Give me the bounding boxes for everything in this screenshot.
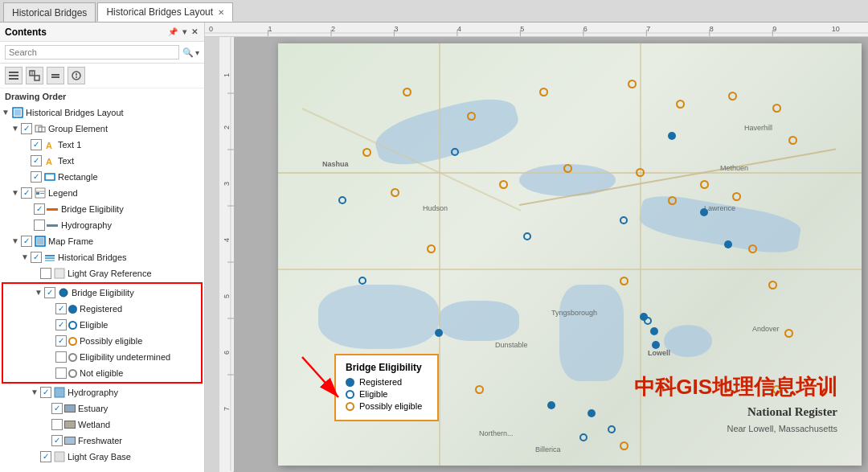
layer-icon	[44, 252, 55, 263]
legend-title: Bridge Eligibility	[346, 362, 428, 373]
bridge-point-registered	[700, 208, 708, 216]
tab-historical-bridges[interactable]: Historical Bridges	[3, 2, 96, 22]
tab-historical-bridges-layout[interactable]: Historical Bridges Layout ✕	[97, 2, 233, 22]
tree-label: Historical Bridges	[58, 250, 127, 265]
checkbox-light-gray-base[interactable]	[40, 451, 51, 462]
pin-icon[interactable]: 📌	[166, 26, 179, 38]
bridge-point-possibly	[403, 88, 411, 96]
tree-label: Not eligible	[80, 366, 123, 380]
bridge-point-possibly	[628, 80, 637, 88]
layout-icon	[12, 107, 23, 118]
map-canvas[interactable]: 1 2 3 4 5 6 7	[219, 37, 868, 472]
tree-item-legend[interactable]: ▼ Legend	[0, 185, 204, 201]
layout-page: Nashua Hudson Haverhill Methuen Lawrence…	[278, 43, 862, 466]
tab-bar: Historical Bridges Historical Bridges La…	[0, 0, 868, 23]
map-outer: Nashua Hudson Haverhill Methuen Lawrence…	[234, 37, 868, 472]
tree-item-wetland[interactable]: Wetland	[0, 417, 204, 433]
checkbox-historical-bridges[interactable]	[31, 252, 42, 263]
bridge-point-possibly	[539, 88, 548, 96]
road	[640, 43, 641, 466]
tree-item-bridge-eligibility[interactable]: ▼ Bridge Eligibility	[4, 285, 200, 301]
list-view-icon[interactable]	[5, 67, 23, 84]
checkbox-map-frame[interactable]	[21, 236, 32, 247]
tab-label: Historical Bridges Layout	[106, 6, 213, 18]
tree-item-light-gray-ref[interactable]: Light Gray Reference	[0, 265, 204, 281]
tree-item-historical-bridges[interactable]: ▼ Historical Bridges	[0, 249, 204, 265]
tree-item-text1[interactable]: A Text 1	[0, 137, 204, 153]
expand-all-icon[interactable]	[26, 67, 43, 84]
bridge-point-possibly	[620, 277, 628, 285]
tree-item-possibly-eligible[interactable]: Possibly eligible	[4, 333, 200, 349]
text-icon: A	[44, 155, 55, 166]
checkbox-rectangle[interactable]	[31, 171, 42, 183]
tree-label: Bridge Eligibility	[61, 202, 124, 216]
tree-item-not-eligible[interactable]: Not eligible	[4, 365, 200, 381]
expander-icon	[31, 266, 40, 281]
svg-text:2: 2	[223, 125, 231, 129]
bridge-point-possibly	[676, 100, 685, 109]
bridge-point-possibly	[668, 196, 677, 205]
tree-item-text[interactable]: A Text	[0, 153, 204, 169]
svg-text:8: 8	[710, 25, 714, 33]
bridge-point-registered	[650, 327, 658, 335]
checkbox-wetland[interactable]	[51, 419, 63, 430]
bridge-point-eligible	[620, 216, 628, 224]
tree-label: Freshwater	[78, 433, 122, 448]
tree-item-bridges-layout[interactable]: ▼ Historical Bridges Layout	[0, 105, 204, 121]
tree-item-hydrography[interactable]: ▼ Hydrography	[0, 384, 204, 400]
svg-rect-30	[55, 452, 64, 462]
checkbox-hydrography[interactable]	[40, 387, 51, 398]
group-icon	[35, 123, 46, 134]
checkbox-legend[interactable]	[21, 187, 32, 199]
search-bar: 🔍 ▾	[0, 42, 204, 64]
checkbox[interactable]	[40, 268, 51, 279]
tree-item-hydrography-legend[interactable]: Hydrography	[0, 217, 204, 233]
place-label: Billerica	[535, 445, 561, 454]
checkbox-estuary[interactable]	[51, 403, 63, 414]
menu-icon[interactable]: ▾	[181, 26, 188, 38]
bridge-point-possibly	[728, 92, 737, 101]
tree-item-map-frame[interactable]: ▼ Map Frame	[0, 233, 204, 249]
panel-title: Contents	[5, 27, 47, 38]
tree-item-registered[interactable]: Registered	[4, 301, 200, 317]
tree-label: Map Frame	[48, 234, 93, 248]
svg-text:6: 6	[223, 351, 231, 355]
bridge-point-possibly	[499, 180, 508, 189]
main-area: Contents 📌 ▾ ✕ 🔍 ▾	[0, 23, 868, 472]
tree-item-light-gray-base[interactable]: Light Gray Base	[0, 449, 204, 465]
tree-item-rectangle[interactable]: Rectangle	[0, 169, 204, 185]
tree-item-bridge-eligibility-legend[interactable]: Bridge Eligibility	[0, 201, 204, 217]
tab-close-icon[interactable]: ✕	[218, 8, 224, 17]
checkbox-registered[interactable]	[55, 303, 67, 314]
checkbox-undetermined[interactable]	[55, 351, 67, 363]
checkbox-eligible[interactable]	[55, 319, 67, 330]
tree-item-freshwater[interactable]: Freshwater	[0, 433, 204, 449]
search-input[interactable]	[5, 45, 179, 60]
bridge-point-possibly	[784, 329, 793, 338]
tree-item-eligibility-undetermined[interactable]: Eligibility undetermined	[4, 349, 200, 365]
checkbox-not-eligible[interactable]	[55, 367, 67, 379]
tree-item-group-element[interactable]: ▼ Group Element	[0, 121, 204, 137]
place-label: Hudson	[423, 204, 448, 212]
search-icon[interactable]: 🔍	[182, 47, 194, 58]
checkbox[interactable]	[34, 203, 45, 215]
checkbox-text[interactable]	[31, 155, 42, 166]
ruler-left-svg: 1 2 3 4 5 6 7	[219, 37, 234, 471]
expander-icon: ▼	[2, 105, 11, 120]
checkbox-freshwater[interactable]	[51, 435, 63, 446]
expander-icon	[21, 154, 31, 168]
collapse-all-icon[interactable]	[47, 67, 64, 84]
tree-item-estuary[interactable]: Estuary	[0, 400, 204, 417]
checkbox[interactable]	[44, 287, 55, 298]
tree-item-eligible[interactable]: Eligible	[4, 317, 200, 333]
water-body	[664, 325, 712, 357]
dropdown-icon[interactable]: ▾	[195, 48, 199, 57]
close-panel-icon[interactable]: ✕	[190, 26, 199, 38]
map-area: // We'll draw via CSS approach below 0 1…	[205, 23, 868, 472]
checkbox-text1[interactable]	[31, 139, 42, 150]
expander-icon	[31, 449, 40, 464]
checkbox-group-element[interactable]	[21, 123, 32, 134]
checkbox[interactable]	[34, 220, 45, 231]
checkbox-possibly[interactable]	[55, 335, 67, 347]
options-icon[interactable]	[68, 67, 85, 84]
